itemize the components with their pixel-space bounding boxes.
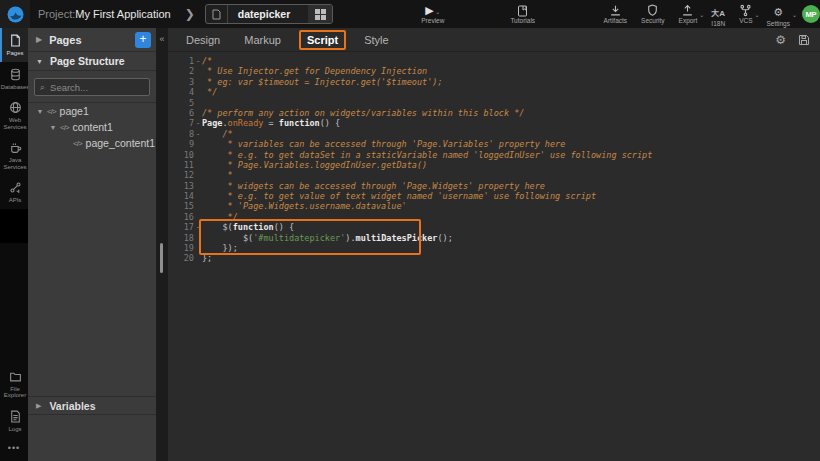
line-number[interactable]: 16 <box>168 212 194 222</box>
panel-empty-area <box>28 151 156 396</box>
code-line-1: 1-/* <box>168 56 820 66</box>
tree-item-page_content1[interactable]: </>page_content1 <box>28 135 156 151</box>
grid-icon[interactable] <box>308 5 332 23</box>
database-icon <box>9 68 22 82</box>
wavemaker-logo-icon[interactable] <box>0 0 30 28</box>
page-structure-header[interactable]: ▼ Page Structure <box>28 52 156 71</box>
tab-script[interactable]: Script <box>299 30 346 50</box>
fold-spacer <box>194 243 202 253</box>
line-number[interactable]: 13 <box>168 181 194 191</box>
line-number[interactable]: 7 <box>168 118 194 128</box>
sidebar-item-java-services[interactable]: Java Services <box>0 135 28 175</box>
variables-header[interactable]: ▶ Variables <box>28 396 156 415</box>
line-number[interactable]: 3 <box>168 77 194 87</box>
upload-icon <box>681 4 694 17</box>
add-page-button[interactable]: + <box>135 32 151 48</box>
editor-tabs-container: DesignMarkupScriptStyle <box>180 30 407 50</box>
fold-spacer <box>194 181 202 191</box>
more-options-button[interactable]: ••• <box>0 437 28 461</box>
fold-marker-icon[interactable]: - <box>194 56 202 66</box>
fold-spacer <box>194 253 202 263</box>
top-bar-actions: ArtifactsSecurityExport⌄大AI18NVCS⌄⚙Setti… <box>604 0 798 28</box>
pages-panel-header[interactable]: ▶ Pages + <box>28 28 156 52</box>
line-number[interactable]: 17 <box>168 222 194 232</box>
fold-spacer <box>194 233 202 243</box>
sidebar-item-apis[interactable]: APIs <box>0 175 28 209</box>
page-icon <box>9 34 22 48</box>
code-line-16: 16 */ <box>168 212 820 222</box>
line-number[interactable]: 10 <box>168 150 194 160</box>
fold-marker-icon[interactable]: - <box>194 222 202 232</box>
project-breadcrumb: Project:My First Application <box>38 8 171 20</box>
code-line-3: 3 * eg: var $timeout = Injector.get('$ti… <box>168 77 820 87</box>
tab-design[interactable]: Design <box>180 32 226 48</box>
fold-marker-icon[interactable]: - <box>194 129 202 139</box>
line-number[interactable]: 2 <box>168 66 194 76</box>
line-number[interactable]: 18 <box>168 233 194 243</box>
line-number[interactable]: 8 <box>168 129 194 139</box>
tutorials-button[interactable]: Tutorials <box>510 0 535 28</box>
i18n-button[interactable]: 大AI18N <box>711 0 725 28</box>
code-line-11: 11 * Page.Variables.loggedInUser.getData… <box>168 160 820 170</box>
collapse-panel-button[interactable]: « <box>156 32 168 48</box>
line-number[interactable]: 4 <box>168 87 194 97</box>
open-page-tab[interactable]: datepicker <box>205 4 334 24</box>
search-box[interactable]: ⌕ <box>34 78 150 96</box>
tree-item-content1[interactable]: ▼</>content1 <box>28 119 156 135</box>
fold-marker-icon[interactable]: - <box>194 118 202 128</box>
sidebar-item-file-explorer[interactable]: File Explorer <box>0 364 28 404</box>
sidebar-item-logs[interactable]: Logs <box>0 404 28 438</box>
pages-panel: ▶ Pages + ▼ Page Structure ⌕ ▼</>page1▼<… <box>28 28 156 461</box>
sidebar-item-web-services[interactable]: Web Services <box>0 95 28 135</box>
line-number[interactable]: 1 <box>168 56 194 66</box>
app-window: Project:My First Application ❯ datepicke… <box>0 0 820 461</box>
search-input[interactable] <box>50 82 140 93</box>
save-icon[interactable] <box>798 34 810 46</box>
folder-icon <box>9 370 22 384</box>
fold-spacer <box>194 139 202 149</box>
code-line-20: 20}; <box>168 253 820 263</box>
search-wrap: ⌕ <box>28 71 156 102</box>
settings-button[interactable]: ⚙Settings⌄ <box>767 0 791 28</box>
line-number[interactable]: 12 <box>168 170 194 180</box>
line-number[interactable]: 6 <box>168 108 194 118</box>
line-number[interactable]: 14 <box>168 191 194 201</box>
tree-item-page1[interactable]: ▼</>page1 <box>28 103 156 119</box>
code-line-8: 8- /* <box>168 129 820 139</box>
line-number[interactable]: 9 <box>168 139 194 149</box>
export-button[interactable]: Export⌄ <box>679 0 698 28</box>
line-number[interactable]: 20 <box>168 253 194 263</box>
code-line-2: 2 * Use Injector.get for Dependency Inje… <box>168 66 820 76</box>
chevron-right-icon: ❯ <box>185 7 195 21</box>
sidebar-item-databases[interactable]: Databases <box>0 62 28 96</box>
chevron-down-icon: ⌄ <box>792 11 797 18</box>
chevron-down-icon: ⌄ <box>754 11 759 18</box>
line-number[interactable]: 11 <box>168 160 194 170</box>
code-line-9: 9 * variables can be accessed through 'P… <box>168 139 820 149</box>
security-button[interactable]: Security <box>641 0 664 28</box>
code-line-4: 4 */ <box>168 87 820 97</box>
user-avatar[interactable]: MP <box>802 5 820 23</box>
vcs-button[interactable]: VCS⌄ <box>739 0 752 28</box>
editor-settings-gear-icon[interactable]: ⚙ <box>775 33 786 47</box>
line-number[interactable]: 5 <box>168 98 194 108</box>
artifacts-button[interactable]: Artifacts <box>604 0 627 28</box>
project-name: My First Application <box>75 8 170 20</box>
tab-markup[interactable]: Markup <box>238 32 287 48</box>
fold-spacer <box>194 191 202 201</box>
activity-bar: PagesDatabasesWeb ServicesJava ServicesA… <box>0 28 28 461</box>
sidebar-item-pages[interactable]: Pages <box>0 28 28 62</box>
line-number[interactable]: 19 <box>168 243 194 253</box>
fold-spacer <box>194 87 202 97</box>
editor-toolbar: ⚙ <box>775 33 820 47</box>
panel-scrollbar[interactable] <box>160 243 163 273</box>
line-number[interactable]: 15 <box>168 201 194 211</box>
code-editor[interactable]: 1-/*2 * Use Injector.get for Dependency … <box>168 52 820 461</box>
fold-spacer <box>194 98 202 108</box>
translate-icon: 大A <box>711 2 725 20</box>
tab-style[interactable]: Style <box>358 32 394 48</box>
preview-button[interactable]: ▶ ⌄ Preview <box>421 0 444 28</box>
shield-icon <box>646 4 659 17</box>
code-line-19: 19 }); <box>168 243 820 253</box>
download-icon <box>609 4 622 17</box>
